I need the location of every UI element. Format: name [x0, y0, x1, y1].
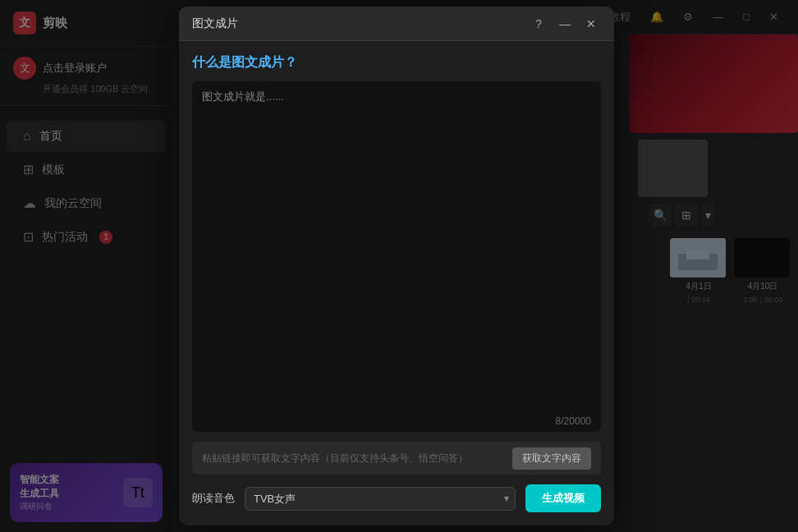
- modal-textarea[interactable]: [192, 112, 601, 410]
- voice-label: 朗读音色: [192, 491, 235, 506]
- url-placeholder-text: 粘贴链接即可获取文字内容（目前仅支持头条号、悟空问答）: [202, 452, 506, 466]
- bottom-row: 朗读音色 TVB女声 普通话女声 普通话男声 ▾ 生成视频: [192, 484, 601, 512]
- modal-minimize-button[interactable]: —: [555, 14, 575, 34]
- modal-textarea-wrap: 图文成片就是...... 8/20000: [192, 81, 601, 432]
- modal-title: 图文成片: [192, 16, 522, 31]
- fetch-content-button[interactable]: 获取文字内容: [512, 447, 591, 470]
- modal-placeholder-text: 图文成片就是......: [192, 81, 601, 112]
- modal-body: 什么是图文成片？ 图文成片就是...... 8/20000 粘贴链接即可获取文字…: [179, 41, 614, 525]
- modal-close-button[interactable]: ✕: [581, 14, 601, 34]
- voice-select-wrap: TVB女声 普通话女声 普通话男声 ▾: [245, 487, 516, 511]
- generate-video-button[interactable]: 生成视频: [525, 484, 601, 512]
- voice-select[interactable]: TVB女声 普通话女声 普通话男声: [245, 487, 516, 511]
- modal-dialog: 图文成片 ? — ✕ 什么是图文成片？ 图文成片就是...... 8/20000…: [179, 7, 614, 525]
- modal-help-button[interactable]: ?: [529, 14, 548, 34]
- modal-heading: 什么是图文成片？: [192, 54, 601, 71]
- url-input-row: 粘贴链接即可获取文字内容（目前仅支持头条号、悟空问答） 获取文字内容: [192, 442, 601, 475]
- modal-titlebar: 图文成片 ? — ✕: [179, 7, 614, 41]
- char-count: 8/20000: [192, 410, 601, 432]
